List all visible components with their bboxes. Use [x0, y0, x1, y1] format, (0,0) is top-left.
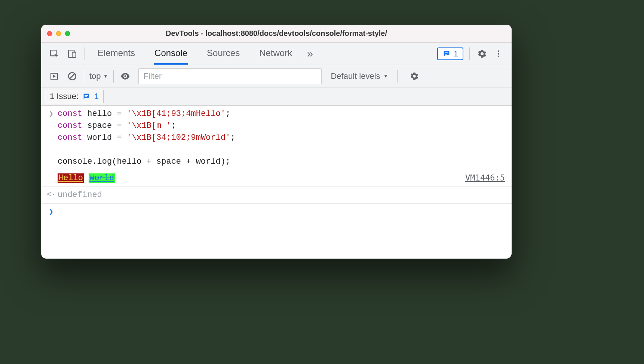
separator: [397, 70, 398, 83]
gutter: [45, 172, 58, 173]
string-literal: '\x1B[34;102;9mWorld': [127, 133, 230, 142]
svg-rect-3: [445, 54, 447, 55]
console-toolbar: top ▼ Default levels ▼: [41, 65, 512, 87]
separator: [85, 47, 85, 60]
levels-label: Default levels: [331, 71, 380, 81]
log-message[interactable]: Hello World: [58, 172, 505, 184]
console-settings-button[interactable]: [408, 70, 421, 83]
chevron-down-icon: ▼: [383, 73, 389, 79]
console-return-value: <· undefined: [41, 187, 512, 204]
keyword: const: [58, 133, 82, 142]
code-text: space =: [82, 121, 127, 130]
tab-label: Console: [154, 48, 187, 58]
code-block[interactable]: const hello = '\x1B[41;93;4mHello'; cons…: [58, 108, 505, 167]
device-toolbar-icon[interactable]: [66, 47, 79, 60]
issues-label: 1 Issue:: [50, 92, 79, 101]
svg-point-10: [125, 75, 126, 77]
console-input-echo: ❯ const hello = '\x1B[41;93;4mHello'; co…: [41, 106, 512, 170]
string-literal: '\x1B[m ': [127, 121, 171, 130]
tab-label: Network: [259, 48, 292, 58]
svg-point-5: [498, 53, 499, 54]
svg-point-6: [498, 55, 499, 57]
string-literal: '\x1B[41;93;4mHello': [127, 109, 226, 118]
code-text: ;: [226, 109, 230, 118]
svg-rect-12: [85, 96, 87, 97]
window-controls: [47, 31, 70, 36]
console-prompt[interactable]: ❯: [41, 204, 512, 219]
execution-context-selector[interactable]: top ▼: [89, 71, 108, 81]
code-text: ;: [230, 133, 235, 142]
code-text: world =: [82, 133, 127, 142]
tab-sources[interactable]: Sources: [206, 43, 240, 65]
return-marker-icon: <·: [45, 189, 58, 199]
panel-tabs: Elements Console Sources Network: [97, 43, 293, 65]
tab-console[interactable]: Console: [154, 43, 188, 65]
clear-console-icon[interactable]: [66, 70, 79, 83]
code-text: ;: [171, 121, 176, 130]
filter-field[interactable]: [138, 68, 322, 84]
context-label: top: [89, 71, 101, 81]
devtools-tabstrip: Elements Console Sources Network » 1: [41, 43, 512, 65]
issues-count: 1: [454, 49, 458, 59]
filter-input[interactable]: [143, 69, 317, 84]
styled-output-hello: Hello: [58, 173, 84, 183]
settings-button[interactable]: [476, 47, 488, 60]
titlebar: DevTools - localhost:8080/docs/devtools/…: [41, 25, 512, 43]
input-marker-icon: ❯: [45, 108, 58, 118]
issue-icon: [442, 50, 451, 58]
close-window-button[interactable]: [47, 31, 52, 36]
tab-network[interactable]: Network: [258, 43, 293, 65]
minimize-window-button[interactable]: [56, 31, 61, 36]
svg-line-9: [70, 74, 75, 78]
code-text: hello =: [82, 109, 127, 118]
return-value: undefined: [58, 189, 505, 201]
source-link[interactable]: VM1446:5: [465, 173, 505, 182]
code-text: console.log(hello + space + world);: [58, 157, 230, 166]
keyword: const: [58, 109, 82, 118]
issue-icon: [82, 92, 91, 101]
separator: [84, 70, 84, 83]
tab-label: Elements: [98, 48, 135, 58]
toggle-sidebar-icon[interactable]: [48, 70, 61, 83]
fullscreen-window-button[interactable]: [65, 31, 70, 36]
console-body: ❯ const hello = '\x1B[41;93;4mHello'; co…: [41, 106, 512, 219]
tabs-overflow-button[interactable]: »: [307, 48, 313, 60]
issues-counter[interactable]: 1: [437, 47, 463, 60]
keyword: const: [58, 121, 82, 130]
more-menu-button[interactable]: [492, 47, 505, 60]
separator: [113, 70, 114, 83]
separator: [469, 47, 470, 60]
prompt-icon: ❯: [45, 206, 58, 216]
live-expression-icon[interactable]: [119, 70, 132, 83]
svg-rect-2: [445, 52, 448, 53]
svg-rect-1: [72, 52, 76, 57]
inspect-element-icon[interactable]: [48, 47, 61, 60]
styled-output-world: World: [89, 173, 115, 183]
chevron-down-icon: ▼: [103, 73, 108, 79]
tab-label: Sources: [207, 48, 240, 58]
window-title: DevTools - localhost:8080/docs/devtools/…: [166, 29, 387, 38]
svg-rect-11: [85, 95, 88, 96]
issues-bar: 1 Issue: 1: [41, 87, 512, 106]
devtools-window: DevTools - localhost:8080/docs/devtools/…: [41, 25, 512, 259]
log-levels-selector[interactable]: Default levels ▼: [331, 71, 388, 81]
issues-box[interactable]: 1 Issue: 1: [45, 90, 104, 103]
console-log-output: Hello World VM1446:5: [41, 170, 512, 187]
tab-elements[interactable]: Elements: [97, 43, 136, 65]
issues-row-count: 1: [94, 92, 99, 101]
svg-point-4: [498, 50, 499, 52]
